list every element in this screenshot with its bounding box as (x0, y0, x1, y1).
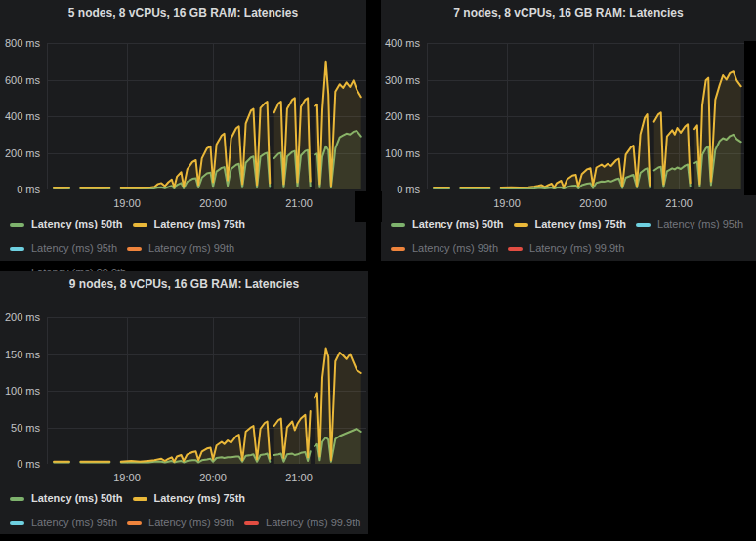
x-tick-label: 21:00 (654, 196, 703, 210)
legend: Latency (ms) 50thLatency (ms) 75thLatenc… (391, 215, 750, 258)
legend-swatch (10, 521, 24, 525)
y-tick-label: 0 ms (0, 183, 40, 196)
legend-label: Latency (ms) 50th (31, 489, 123, 508)
legend-swatch (10, 223, 24, 227)
legend-label: Latency (ms) 50th (412, 215, 504, 233)
y-tick-label: 600 ms (0, 73, 40, 87)
panel-title: 5 nodes, 8 vCPUs, 16 GB RAM: Latencies (0, 0, 366, 26)
mask-right-edge (744, 41, 756, 195)
x-tick-label: 19:00 (103, 471, 151, 484)
legend-item-latency-ms-50th[interactable]: Latency (ms) 50th (10, 489, 123, 508)
legend-label: Latency (ms) 99th (148, 514, 234, 532)
legend-item-latency-ms-95th[interactable]: Latency (ms) 95th (10, 239, 117, 258)
panel-5-nodes-latencies: 5 nodes, 8 vCPUs, 16 GB RAM: Latencies L… (0, 0, 366, 261)
panel-title: 9 nodes, 8 vCPUs, 16 GB RAM: Latencies (0, 271, 368, 298)
legend-swatch (10, 247, 24, 251)
legend-swatch (508, 247, 523, 251)
legend-item-latency-ms-99th[interactable]: Latency (ms) 99th (127, 514, 234, 532)
legend-label: Latency (ms) 99.9th (529, 239, 624, 258)
legend-swatch (127, 521, 142, 525)
y-tick-label: 100 ms (0, 384, 40, 397)
panel-7-nodes-latencies: 7 nodes, 8 vCPUs, 16 GB RAM: Latencies L… (381, 0, 756, 261)
panel-title: 7 nodes, 8 vCPUs, 16 GB RAM: Latencies (381, 0, 756, 26)
legend: Latency (ms) 50thLatency (ms) 75thLatenc… (10, 489, 362, 532)
graph-canvas[interactable] (427, 43, 746, 189)
legend-label: Latency (ms) 50th (31, 215, 123, 233)
y-tick-label: 50 ms (0, 421, 40, 435)
graph-canvas[interactable] (47, 317, 366, 464)
y-tick-label: 800 ms (0, 36, 40, 50)
y-tick-label: 200 ms (0, 311, 40, 324)
legend-label: Latency (ms) 75th (535, 215, 627, 233)
y-tick-label: 150 ms (0, 348, 40, 361)
grafana-dashboard: 5 nodes, 8 vCPUs, 16 GB RAM: Latencies L… (0, 0, 756, 541)
legend-item-latency-ms-75th[interactable]: Latency (ms) 75th (514, 215, 627, 233)
legend-item-latency-ms-95th[interactable]: Latency (ms) 95th (636, 215, 743, 233)
legend-swatch (391, 247, 405, 251)
y-tick-label: 0 ms (0, 457, 40, 471)
panel-9-nodes-latencies: 9 nodes, 8 vCPUs, 16 GB RAM: Latencies L… (0, 271, 368, 534)
y-tick-label: 0 ms (381, 183, 420, 196)
mask-panel1-corner (355, 191, 382, 222)
legend-item-latency-ms-50th[interactable]: Latency (ms) 50th (10, 215, 123, 233)
legend-item-latency-ms-50th[interactable]: Latency (ms) 50th (391, 215, 504, 233)
legend-label: Latency (ms) 95th (31, 514, 117, 532)
x-tick-label: 20:00 (568, 196, 617, 210)
legend-swatch (133, 223, 147, 227)
legend-label: Latency (ms) 75th (154, 215, 246, 233)
legend-swatch (127, 247, 142, 251)
legend-label: Latency (ms) 95th (657, 215, 743, 233)
legend-swatch (10, 497, 24, 501)
legend-label: Latency (ms) 75th (154, 489, 246, 508)
x-tick-label: 20:00 (189, 196, 237, 210)
y-tick-label: 100 ms (381, 146, 420, 160)
legend-label: Latency (ms) 99.9th (266, 514, 360, 532)
legend-item-latency-ms-99th[interactable]: Latency (ms) 99th (127, 239, 234, 258)
series-area-1 (54, 349, 361, 465)
legend-swatch (133, 497, 147, 501)
y-tick-label: 200 ms (0, 146, 40, 160)
legend-label: Latency (ms) 99th (148, 239, 234, 258)
y-tick-label: 400 ms (381, 36, 420, 50)
legend-item-latency-ms-75th[interactable]: Latency (ms) 75th (133, 489, 246, 508)
legend-swatch (391, 223, 405, 227)
legend-item-latency-ms-95th[interactable]: Latency (ms) 95th (10, 514, 117, 532)
legend-item-latency-ms-99.9th[interactable]: Latency (ms) 99.9th (508, 239, 624, 258)
y-tick-label: 200 ms (381, 109, 420, 123)
y-tick-label: 300 ms (381, 73, 420, 87)
legend-swatch (636, 223, 651, 227)
x-tick-label: 19:00 (483, 196, 531, 210)
graph-canvas[interactable] (47, 43, 366, 189)
x-tick-label: 21:00 (274, 471, 323, 484)
legend-item-latency-ms-99th[interactable]: Latency (ms) 99th (391, 239, 498, 258)
legend-item-latency-ms-99.9th[interactable]: Latency (ms) 99.9th (244, 514, 360, 532)
legend-label: Latency (ms) 99th (412, 239, 498, 258)
y-tick-label: 400 ms (0, 109, 40, 123)
series-area-1 (434, 71, 741, 189)
x-tick-label: 21:00 (274, 196, 323, 210)
x-tick-label: 19:00 (103, 196, 151, 210)
legend-label: Latency (ms) 95th (31, 239, 117, 258)
legend-swatch (244, 521, 259, 525)
legend-swatch (514, 223, 528, 227)
legend-item-latency-ms-75th[interactable]: Latency (ms) 75th (133, 215, 246, 233)
x-tick-label: 20:00 (189, 471, 237, 484)
